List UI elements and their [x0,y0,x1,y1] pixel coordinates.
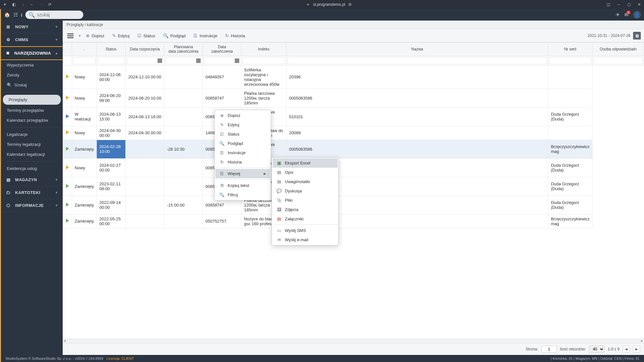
back-icon[interactable]: ← [30,2,34,7]
filter-nazwa[interactable] [287,57,547,64]
sub-sms[interactable]: ▭Wyślij SMS [273,226,338,235]
search-box[interactable]: 🔍 [25,11,83,19]
cell-data-rozp: 2024-02-28 10:00 [96,140,125,158]
sidebar-toggle-icon[interactable]: ◧ [12,2,16,7]
url-text[interactable]: st.programdemo.pl [313,2,345,7]
table-row[interactable]: W realizacji2024-06-13 15:002024-06-13 1… [63,107,644,126]
table-row[interactable]: Nowy2024-02-27 00:0000858747Pilarka tarc… [63,158,644,177]
ctx-historia[interactable]: ↻Historia [215,157,270,167]
action-status[interactable]: ☑Status [134,31,159,40]
ctx-podglad[interactable]: 🔍Podgląd [215,139,270,148]
filter-data-rozp[interactable] [127,57,163,64]
action-dopisz[interactable]: ⊕Dopisz [83,31,108,40]
nav-nowy[interactable]: ⊞ NOWY ▼ [1,21,63,33]
list-icon[interactable]: ☷ [14,12,18,18]
next-page-button[interactable]: ► [633,346,640,353]
nav-magazyn[interactable]: ▤ MAGAZYN ▼ [1,173,63,186]
maximize-icon[interactable]: ▢ [627,2,631,7]
sub-terminy-legalizacji[interactable]: Terminy legalizacji [1,139,63,149]
calendar-icon[interactable]: ▦ [633,32,641,40]
ctx-filtruj[interactable]: 🔍Filtruj [215,190,270,199]
sub-eksport-excel[interactable]: ▦Eksport Excel [273,158,338,168]
col-nr-serii[interactable]: Nr serii [548,43,593,56]
home-icon[interactable]: 🏠 [4,12,10,18]
table-row[interactable]: Zamknięty2022-05-25 00:00050752757Nożyce… [63,214,644,228]
nav-cmms[interactable]: ⚙ CMMS ▼ [1,33,63,46]
close-window-icon[interactable]: ✕ [637,2,641,7]
page-input[interactable] [541,346,557,353]
mail-button[interactable]: ✉ 8 [624,12,629,18]
col-osoba[interactable]: Osoba odpowiedzialn [593,43,644,56]
sub-zdjecia[interactable]: 🖼Zdjęcia [273,205,338,214]
play-icon [66,96,69,100]
sub-wypozyczenia[interactable]: Wypożyczenia [1,60,63,70]
tune-icon[interactable]: ⚙ [348,2,352,7]
action-instrukcje[interactable]: ☰Instrukcje [190,31,221,40]
table-row[interactable]: Zamknięty2023-02-11 08:0000858747Pilarka… [63,177,644,196]
col-dot[interactable]: . [72,43,97,56]
split-icon[interactable]: ◫ [606,2,611,7]
col-data-zak[interactable]: Datazakończenia [203,43,241,56]
filter-dot[interactable] [73,57,95,64]
sub-terminy-przegladow[interactable]: Terminy przeglądów [1,105,63,115]
sub-email[interactable]: ✉Wyślij e-mail [273,235,338,244]
sub-przeglady[interactable]: Przeglądy [3,95,61,105]
reload-icon[interactable]: ⟳ [48,2,52,7]
sub-uwagi[interactable]: ▤Uwagi/notatki [273,177,338,186]
menu-button[interactable] [66,32,75,40]
sub-zalaczniki[interactable]: ▤Załączniki [273,214,338,224]
table-row[interactable]: Zamknięty2024-02-28 10:00-28 10:30008587… [63,140,644,158]
search-input[interactable] [37,12,93,17]
filter-data-zak[interactable] [204,57,240,64]
col-planowana[interactable]: Planowanadata zakończenia [164,43,203,56]
ctx-status[interactable]: ☑Status [215,129,270,139]
nav-informacje[interactable]: ⬡ INFORMACJE ▼ [1,199,63,212]
sub-pliki[interactable]: 📎Pliki [273,196,338,205]
sub-kalendarz-przegladow[interactable]: Kalendarz przeglądów [1,115,63,125]
prev-page-button[interactable]: ◄ [623,346,630,353]
avatar[interactable]: 👤 [633,11,641,19]
col-indeks[interactable]: Indeks [241,43,286,56]
action-historia[interactable]: ↻Historia [222,31,248,40]
filter-indeks[interactable] [242,57,285,64]
sub-opis[interactable]: ▤Opis [273,168,338,177]
download-icon[interactable]: ↓ [21,2,25,7]
col-nazwa[interactable]: Nazwa [286,43,548,56]
ctx-instrukcje[interactable]: ☰Instrukcje [215,148,270,157]
ctx-wiecej[interactable]: ☰Więcej▶ [215,169,270,178]
sub-szukaj[interactable]: 🔍 Szukaj [1,80,63,90]
action-edytuj[interactable]: ✎Edytuj [109,31,133,40]
ctx-kopiuj[interactable]: ⧉Kopiuj tekst [215,181,270,190]
nav-narzedziownia[interactable]: ✖ NARZĘDZIOWNIA ▲ [1,46,63,60]
info-icon[interactable]: i [21,12,22,18]
col-data-rozp[interactable]: Data rozpoczęcia [125,43,164,56]
table-row[interactable]: Nowy2024-12-06 00:002024-12-10 00:000484… [63,65,644,89]
horizontal-scrollbar[interactable] [63,339,644,343]
filter-nr-serii[interactable] [549,57,591,64]
nav-kartoteki[interactable]: 🗀 KARTOTEKI ▼ [1,186,63,199]
table-row[interactable]: Nowy2024-06-20 08:002024-06-20 10:000085… [63,89,644,107]
cell-osoba: Duda Grzegorz (Duda) [548,107,593,126]
table-row[interactable]: Nowy2024-04-30 00:002024-04-30 00:001489… [63,126,644,140]
pdf-icon: ▤ [277,216,282,221]
sub-dyskusja[interactable]: 💬Dyskusja [273,186,338,196]
minimize-icon[interactable]: ─ [616,2,621,7]
records-select[interactable]: 40 [589,345,604,353]
chevron-down-icon: ▼ [55,38,58,41]
plane-icon[interactable]: ✈ [616,12,620,18]
sub-ewidencja-uslug[interactable]: Ewidencja usług [1,163,63,173]
filter-planowana[interactable] [165,57,202,64]
filter-osoba[interactable] [594,57,643,64]
action-podglad[interactable]: 🔍Podgląd [160,31,189,40]
history-icon: ↻ [225,33,229,38]
filter-status[interactable] [98,57,124,64]
ctx-edytuj[interactable]: ✎Edytuj [215,120,270,129]
ctx-dopisz[interactable]: ⊕Dopisz [215,111,270,120]
table-row[interactable]: Zamknięty2022-09-14 00:00-15 00:00008587… [63,196,644,214]
forward-icon[interactable]: → [39,2,43,7]
sub-kalendarz-legalizacji[interactable]: Kalendarz legalizacji [1,149,63,159]
sub-legalizacje[interactable]: Legalizacje [1,129,63,139]
shield-icon[interactable]: ✦ [3,2,7,7]
sub-zwroty[interactable]: Zwroty [1,70,63,80]
col-status[interactable]: Status [96,43,125,56]
